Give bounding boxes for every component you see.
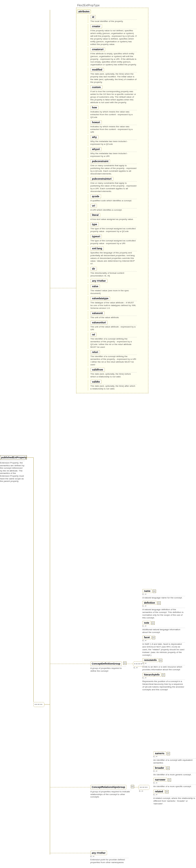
- child-element: sameAs▭0..∞An identifier of a concept wi…: [153, 751, 192, 764]
- occurrence: 0..∞: [142, 593, 189, 595]
- attribute-name: reluri: [90, 350, 100, 354]
- child-description: A related concept, where the relationshi…: [153, 797, 196, 805]
- attribute-description: The unit of the value attribute - expres…: [90, 325, 137, 331]
- attribute-row: literalA free-text value assigned as pro…: [88, 213, 147, 221]
- attribute-name: validfrom: [90, 368, 105, 372]
- attribute-row: valueThe related value (see more in the …: [88, 284, 147, 295]
- attribute-description: Why the metadata has been included - exp…: [90, 140, 137, 146]
- attribute-name: whyuri: [90, 147, 102, 151]
- attribute-description: Indicates by which means the value was e…: [90, 125, 137, 133]
- occurrence: 0..∞: [142, 662, 189, 664]
- group-desc-def: A group of properites required to define…: [90, 666, 126, 672]
- attribute-row: whyuriWhy the metadata has been included…: [88, 147, 147, 158]
- expand-icon[interactable]: ▭: [157, 601, 161, 605]
- attributes-header: attributes: [77, 9, 91, 13]
- occurrence: 0..∞: [142, 605, 189, 607]
- child-description: Additional natural language information …: [142, 628, 185, 634]
- attribute-row: typeThe type of the concept assigned as …: [88, 222, 147, 233]
- expand-icon[interactable]: ▭: [153, 590, 156, 593]
- child-description: A link to an item or a web resource whic…: [142, 665, 185, 671]
- attribute-name: validto: [90, 380, 102, 384]
- attribute-description: The local identifier of the property.: [90, 20, 137, 23]
- attribute-row: dirThe directionality of textual content…: [88, 267, 147, 277]
- group-desc-rel: A group of properites required to indica…: [90, 790, 131, 798]
- child-name: hierarchyInfo: [142, 673, 161, 677]
- concept-relationships-group: ConceptRelationshipsGroup: [90, 785, 126, 789]
- root-element: publishedExtProperty: [0, 455, 27, 460]
- child-name: facet: [142, 636, 151, 639]
- attribute-row: qcodeA qualified code which identifies a…: [88, 194, 147, 202]
- child-element: remoteInfo▭0..∞A link to an item or a we…: [142, 658, 189, 671]
- child-element: hierarchyInfo▭0..∞Represents the positio…: [142, 673, 189, 691]
- attribute-description: The datatype of the value attribute – it…: [90, 301, 137, 310]
- attribute-row: uriA URI which identifies a concept.: [88, 204, 147, 212]
- child-name: note: [142, 621, 151, 625]
- attribute-description: The type of the concept assigned as cont…: [90, 239, 137, 245]
- expand-icon[interactable]: ▭: [123, 661, 126, 665]
- attribute-row: valueunitThe unit of the value attribute…: [88, 311, 147, 319]
- connector: [50, 10, 50, 855]
- attribute-description: A free-text value assigned as property v…: [90, 217, 137, 221]
- connector: [50, 853, 90, 853]
- occurrence: 0..∞: [153, 794, 192, 796]
- attribute-row: validfromThe date (and, optionally, the …: [88, 368, 147, 378]
- occurrence: 0..∞: [153, 755, 192, 758]
- attribute-row: valueunituriThe unit of the value attrib…: [88, 320, 147, 331]
- attribute-name: custom: [90, 85, 103, 89]
- expand-icon[interactable]: ▭: [162, 673, 165, 677]
- attribute-row: howIndicates by which means the value wa…: [88, 105, 147, 119]
- child-element: name▭0..∞A natural language name for the…: [142, 589, 189, 599]
- attribute-description: Specifies the language of this property …: [90, 251, 137, 265]
- attribute-name: pubconstrainturi: [90, 177, 113, 181]
- attribute-name: valuedatatype: [90, 297, 110, 300]
- attribute-name: modified: [90, 68, 104, 71]
- attribute-name: how: [90, 105, 99, 110]
- attribute-name: rel: [90, 333, 96, 337]
- child-description: Represents the position of a concept in …: [142, 680, 185, 691]
- attribute-description: If the attribute is empty, specifies whi…: [90, 52, 137, 66]
- attribute-description: If the property value is not defined, sp…: [90, 29, 137, 46]
- child-element: definition▭0..∞A natural language defini…: [142, 601, 189, 619]
- attribute-row: relThe identifier of a concept defining …: [88, 333, 147, 348]
- child-name: definition: [142, 601, 157, 605]
- concept-definition-group: ConceptDefinitionGroup: [90, 661, 122, 666]
- expand-icon[interactable]: ▭: [131, 785, 134, 788]
- attribute-row: pubconstrainturiOne or many constraints …: [88, 177, 147, 193]
- child-element: narrower▭0..∞An identifier of a more spe…: [153, 778, 192, 788]
- attribute-name: howuri: [90, 120, 102, 124]
- connector: [50, 787, 90, 787]
- connector: [134, 787, 139, 787]
- attribute-row: howuriIndicates by which means the value…: [88, 120, 147, 133]
- attribute-row: modifiedThe date (and, optionally, the t…: [88, 68, 147, 84]
- child-element: related▭0..∞A related concept, where the…: [153, 789, 192, 805]
- attribute-row: pubconstraintOne or many constraints tha…: [88, 159, 147, 175]
- expand-icon[interactable]: ▭: [168, 778, 171, 782]
- attribute-description: The directionality of textual content (e…: [90, 271, 137, 277]
- root-description: Extension Property; the semantics are de…: [0, 461, 25, 483]
- child-name: sameAs: [153, 751, 166, 755]
- attribute-row: idThe local identifier of the property.: [88, 15, 147, 23]
- attribute-name: why: [90, 135, 99, 139]
- occurrence-rel: 0..∞: [139, 790, 143, 792]
- expand-icon[interactable]: ▭: [166, 767, 170, 770]
- attribute-row: xml:langSpecifies the language of this p…: [88, 247, 147, 265]
- attribute-row: any ##other: [88, 279, 147, 283]
- attribute-row: typeuriThe type of the concept assigned …: [88, 235, 147, 245]
- expand-icon[interactable]: ▭: [151, 621, 155, 625]
- group-desc-any: Extension point for provider-defined pro…: [90, 858, 129, 864]
- attribute-row: customIf set to true the corresponding p…: [88, 85, 147, 104]
- attribute-name: literal: [90, 213, 100, 217]
- expand-icon[interactable]: ▭: [165, 790, 169, 794]
- expand-icon[interactable]: ▭: [159, 659, 162, 662]
- attribute-row: creatorIf the property value is not defi…: [88, 24, 147, 46]
- expand-icon[interactable]: ▭: [167, 752, 170, 755]
- attribute-name: valueunituri: [90, 320, 108, 324]
- attribute-name: creatoruri: [90, 48, 105, 51]
- attribute-description: The identifier of a concept defining the…: [90, 354, 137, 366]
- attribute-name: type: [90, 222, 99, 226]
- attribute-description: If set to true the corresponding propert…: [90, 90, 137, 104]
- child-description: In NAR 1.8 and later, facet is deprecate…: [142, 642, 185, 656]
- expand-icon[interactable]: ▭: [152, 636, 155, 639]
- attribute-description: The type of the concept assigned as cont…: [90, 227, 137, 233]
- attribute-name: any ##other: [90, 279, 108, 283]
